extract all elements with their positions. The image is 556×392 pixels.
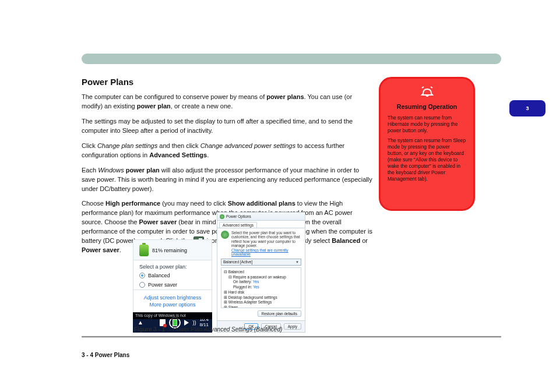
radio-icon (139, 273, 145, 278)
dialog-title: Power Options (226, 214, 251, 218)
paragraph-4: Each Windows power plan will also adjust… (82, 166, 373, 194)
alarm-bell-icon (420, 86, 434, 97)
radio-balanced-label: Balanced (148, 273, 170, 278)
dialog-titlebar: Power Options (217, 213, 305, 221)
dialog-description: Select the power plan that you want to c… (231, 231, 300, 248)
watermark-strip: This copy of Windows is not (133, 312, 212, 319)
radio-power-saver[interactable]: Power saver (133, 280, 212, 289)
warning-p2: The system can resume from Sleep mode by… (388, 137, 466, 182)
warning-callout: Resuming Operation The system can resume… (379, 77, 475, 211)
link-more-power-options[interactable]: More power options (138, 302, 207, 308)
battery-icon (139, 245, 149, 256)
paragraph-3: Click Change plan settings and then clic… (82, 142, 373, 160)
plan-combobox[interactable]: Balanced [Active] ▼ (221, 259, 301, 266)
link-adjust-brightness[interactable]: Adjust screen brightness (138, 295, 207, 301)
plan-combobox-value: Balanced [Active] (223, 260, 252, 264)
section-side-tab: 3 (509, 100, 546, 116)
warning-p1: The system can resume from Hibernate mod… (388, 115, 466, 134)
select-plan-label: Select a power plan: (133, 260, 212, 271)
action-center-icon[interactable] (160, 319, 166, 326)
power-options-icon (220, 214, 224, 219)
volume-waves-icon: )) (192, 320, 196, 326)
volume-icon[interactable] (184, 320, 189, 326)
power-plan-icon (221, 231, 229, 239)
battery-small-icon (173, 319, 177, 326)
tray-overflow-icon[interactable]: ▲ (138, 319, 143, 326)
paragraph-2: The settings may be adjusted to set the … (82, 117, 373, 136)
page-title: Power Plans (82, 77, 373, 87)
settings-tree[interactable]: ⊟ Balanced ⊟ Require a password on wakeu… (221, 267, 301, 308)
radio-icon (139, 282, 145, 288)
warning-title: Resuming Operation (388, 103, 466, 110)
link-change-unavailable[interactable]: Change settings that are currently unava… (231, 248, 301, 257)
section-header-bar (82, 54, 501, 64)
tab-advanced-settings[interactable]: Advanced settings (219, 222, 257, 228)
page-divider (82, 336, 501, 338)
paragraph-1: The computer can be configured to conser… (82, 93, 373, 111)
battery-popup-screenshot: 81% remaining Select a power plan: Balan… (133, 239, 212, 333)
radio-balanced[interactable]: Balanced (133, 271, 212, 280)
restore-defaults-button[interactable]: Restore plan defaults (258, 310, 301, 317)
battery-remaining-label: 81% remaining (152, 248, 187, 253)
page-number: 3 - 4 Power Plans (82, 352, 129, 358)
figure-caption: Figure 3 - 1 - Power Plan Advanced Setti… (82, 326, 501, 333)
chevron-down-icon: ▼ (295, 260, 299, 264)
power-options-dialog-screenshot: Power Options Advanced settings Select t… (217, 212, 305, 333)
figure-row: 81% remaining Select a power plan: Balan… (133, 212, 305, 333)
radio-saver-label: Power saver (148, 282, 177, 288)
